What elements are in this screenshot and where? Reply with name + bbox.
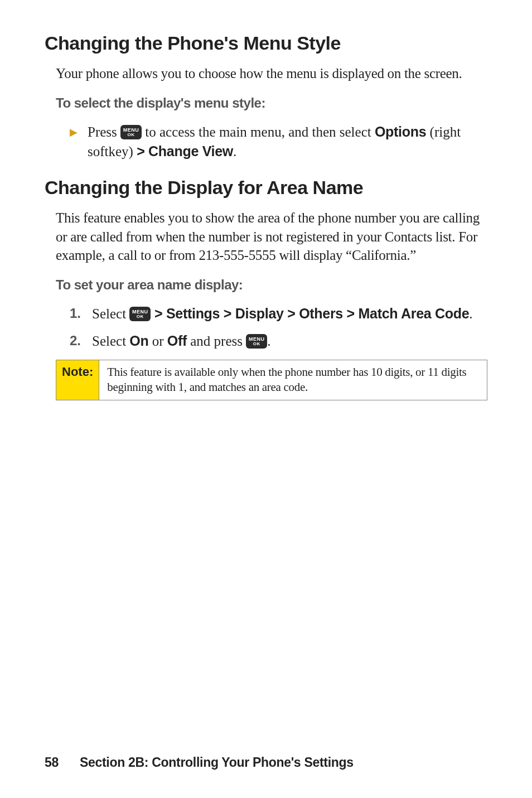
note-box: Note: This feature is available only whe… xyxy=(56,360,487,400)
bullet-content: Press MENUOK to access the main menu, an… xyxy=(88,122,487,161)
on-label: On xyxy=(129,333,148,349)
options-label: Options xyxy=(375,124,426,139)
page-footer: 58Section 2B: Controlling Your Phone's S… xyxy=(45,755,354,770)
menu-ok-icon: MENUOK xyxy=(246,334,267,349)
step-content: Select MENUOK > Settings > Display > Oth… xyxy=(92,304,473,323)
text: . xyxy=(267,333,270,349)
settings-path: > Settings > Display > Others > Match Ar… xyxy=(151,306,469,321)
step-number: 1. xyxy=(70,304,81,323)
note-content: This feature is available only when the … xyxy=(99,360,487,400)
text: or xyxy=(148,333,167,349)
icon-ok-text: OK xyxy=(137,315,144,319)
step-2: 2. Select On or Off and press MENUOK. xyxy=(70,331,487,351)
step-number: 2. xyxy=(70,331,81,350)
icon-ok-text: OK xyxy=(253,342,260,346)
heading-menu-style: Changing the Phone's Menu Style xyxy=(45,32,487,54)
heading-area-name: Changing the Display for Area Name xyxy=(45,177,487,199)
footer-section-text: Section 2B: Controlling Your Phone's Set… xyxy=(80,755,354,770)
text: and press xyxy=(187,333,246,349)
off-label: Off xyxy=(167,333,187,349)
subheading-select-style: To select the display's menu style: xyxy=(56,95,487,111)
step-content: Select On or Off and press MENUOK. xyxy=(92,331,270,351)
step-1: 1. Select MENUOK > Settings > Display > … xyxy=(70,304,487,323)
icon-ok-text: OK xyxy=(128,133,135,137)
text: . xyxy=(233,144,236,159)
text: Press xyxy=(88,124,120,139)
menu-ok-icon: MENUOK xyxy=(120,125,142,139)
page-number: 58 xyxy=(45,755,59,770)
text: Select xyxy=(92,333,129,349)
bullet-triangle-icon: ▶ xyxy=(70,125,78,139)
bullet-press-menu: ▶ Press MENUOK to access the main menu, … xyxy=(70,122,487,161)
text: Select xyxy=(92,306,129,321)
text: . xyxy=(469,306,472,321)
intro-area-name: This feature enables you to show the are… xyxy=(56,209,487,265)
menu-ok-icon: MENUOK xyxy=(129,307,151,321)
note-label: Note: xyxy=(56,360,99,400)
intro-menu-style: Your phone allows you to choose how the … xyxy=(56,64,487,83)
subheading-set-area: To set your area name display: xyxy=(56,277,487,293)
text: to access the main menu, and then select xyxy=(142,124,375,139)
change-view-label: > Change View xyxy=(137,143,233,159)
